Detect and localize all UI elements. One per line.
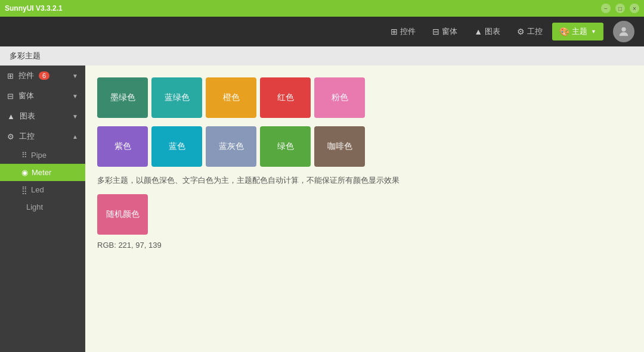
color-tile-咖啡色[interactable]: 咖啡色 <box>314 126 365 167</box>
breadcrumb: 多彩主题 <box>10 51 41 61</box>
close-button[interactable]: × <box>630 4 639 13</box>
titlebar: SunnyUI V3.3.2.1 − □ × <box>0 0 644 17</box>
nav-label-window: 窗体 <box>442 26 457 37</box>
sidebar-section-label-controls: 控件 <box>18 70 34 81</box>
color-tile-蓝色[interactable]: 蓝色 <box>151 126 202 167</box>
pipe-icon: ⠿ <box>21 151 27 160</box>
badge-controls: 6 <box>39 71 49 80</box>
sidebar-item-label-led: Led <box>31 185 44 194</box>
arrow-window: ▼ <box>72 93 78 99</box>
color-tile-橙色[interactable]: 橙色 <box>206 77 256 118</box>
sidebar-section-label-tool: 工控 <box>19 131 35 142</box>
chart-icon: ▲ <box>474 27 482 36</box>
nav-label-theme: 主题 <box>572 26 587 37</box>
chart-section-icon: ▲ <box>7 112 15 121</box>
theme-icon: 🎨 <box>559 27 569 36</box>
sidebar: ⊞控件6▼⊟窗体▼▲图表▼⚙工控▲⠿Pipe◉Meter⣿LedLight <box>0 66 85 352</box>
sidebar-item-meter[interactable]: ◉Meter <box>0 164 85 181</box>
rgb-value: RGB: 221, 97, 139 <box>97 241 632 250</box>
sidebar-item-led[interactable]: ⣿Led <box>0 181 85 198</box>
maximize-button[interactable]: □ <box>615 4 625 13</box>
sidebar-section-chart[interactable]: ▲图表▼ <box>0 106 85 126</box>
sidebar-item-label-meter: Meter <box>32 168 51 177</box>
tool-icon: ⚙ <box>517 27 525 36</box>
color-tile-粉色[interactable]: 粉色 <box>314 77 365 118</box>
subheader: 多彩主题 <box>0 46 644 66</box>
nav-item-tool[interactable]: ⚙工控 <box>510 23 550 41</box>
content-area: 墨绿色蓝绿色橙色红色粉色 紫色蓝色蓝灰色绿色咖啡色 多彩主题，以颜色深色、文字白… <box>85 66 644 352</box>
color-tile-蓝绿色[interactable]: 蓝绿色 <box>151 77 202 118</box>
nav-item-controls[interactable]: ⊞控件 <box>383 23 423 41</box>
color-description: 多彩主题，以颜色深色、文字白色为主，主题配色自动计算，不能保证所有颜色显示效果 <box>97 175 632 186</box>
nav-item-theme[interactable]: 🎨主题▼ <box>552 23 603 41</box>
tool-section-icon: ⚙ <box>7 132 14 141</box>
main-layout: ⊞控件6▼⊟窗体▼▲图表▼⚙工控▲⠿Pipe◉Meter⣿LedLight 墨绿… <box>0 66 644 352</box>
sidebar-section-label-window: 窗体 <box>18 91 34 101</box>
sidebar-leaf-label-light: Light <box>26 203 43 211</box>
titlebar-title: SunnyUI V3.3.2.1 <box>5 4 63 13</box>
nav-item-chart[interactable]: ▲图表 <box>467 23 507 41</box>
sidebar-section-label-chart: 图表 <box>20 111 35 122</box>
window-section-icon: ⊟ <box>7 92 14 101</box>
color-grid-row1: 墨绿色蓝绿色橙色红色粉色 <box>97 77 632 118</box>
nav-item-window[interactable]: ⊟窗体 <box>425 23 465 41</box>
random-color-tile[interactable]: 随机颜色 <box>97 194 148 235</box>
header: ⊞控件⊟窗体▲图表⚙工控🎨主题▼ <box>0 17 644 46</box>
color-tile-墨绿色[interactable]: 墨绿色 <box>97 77 148 118</box>
avatar[interactable] <box>613 21 634 42</box>
color-tile-紫色[interactable]: 紫色 <box>97 126 148 167</box>
sidebar-section-window[interactable]: ⊟窗体▼ <box>0 86 85 106</box>
nav-label-controls: 控件 <box>400 26 416 37</box>
arrow-tool: ▲ <box>72 133 78 140</box>
color-tile-红色[interactable]: 红色 <box>260 77 311 118</box>
arrow-chart: ▼ <box>72 113 78 120</box>
controls-section-icon: ⊞ <box>7 71 14 80</box>
arrow-controls: ▼ <box>72 73 78 79</box>
minimize-button[interactable]: − <box>601 4 611 13</box>
dropdown-arrow: ▼ <box>591 29 596 35</box>
sidebar-section-controls[interactable]: ⊞控件6▼ <box>0 66 85 86</box>
nav-label-chart: 图表 <box>485 26 500 37</box>
meter-icon: ◉ <box>21 168 28 177</box>
nav-items: ⊞控件⊟窗体▲图表⚙工控🎨主题▼ <box>383 23 603 41</box>
window-icon: ⊟ <box>432 27 439 36</box>
sidebar-item-label-pipe: Pipe <box>31 151 47 160</box>
color-tile-绿色[interactable]: 绿色 <box>260 126 311 167</box>
sidebar-leaf-light[interactable]: Light <box>0 198 85 216</box>
sidebar-section-tool[interactable]: ⚙工控▲ <box>0 126 85 147</box>
color-grid-row2: 紫色蓝色蓝灰色绿色咖啡色 <box>97 126 632 167</box>
titlebar-controls: − □ × <box>601 4 639 13</box>
led-icon: ⣿ <box>21 185 27 194</box>
nav-label-tool: 工控 <box>527 26 543 37</box>
controls-icon: ⊞ <box>391 27 398 36</box>
sidebar-item-pipe[interactable]: ⠿Pipe <box>0 147 85 164</box>
svg-point-0 <box>621 27 626 32</box>
color-tile-蓝灰色[interactable]: 蓝灰色 <box>206 126 256 167</box>
